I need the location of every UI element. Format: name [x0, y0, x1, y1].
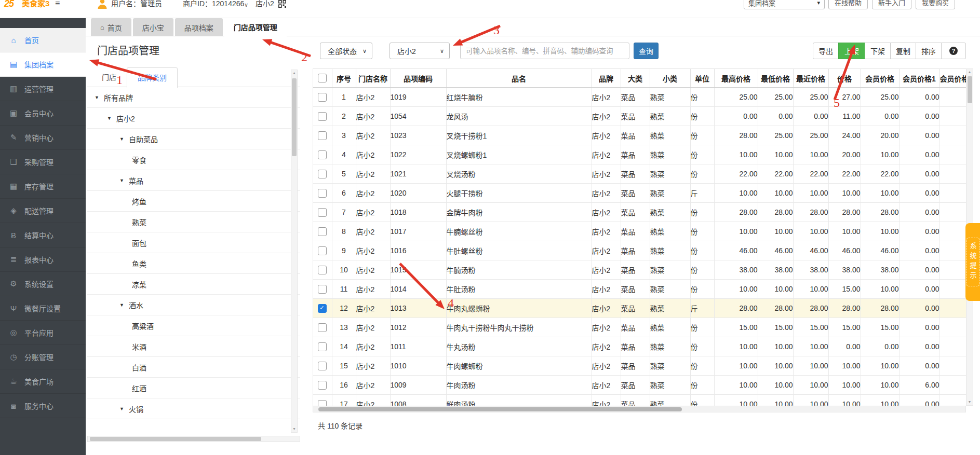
table-row[interactable]: 5店小21021叉烧汤粉店小2菜品熟菜份22.0022.0022.0022.00…	[313, 164, 966, 184]
caret-down-icon[interactable]: ▼	[119, 136, 124, 142]
table-horizontal-scrollbar-thumb[interactable]	[318, 407, 682, 411]
table-row[interactable]: 2店小21054龙风汤店小2菜品熟菜份0.000.000.0011.000.00…	[313, 107, 966, 126]
hamburger-menu-icon[interactable]: ≡	[55, 0, 60, 9]
table-horizontal-scrollbar[interactable]	[313, 406, 966, 412]
chevron-down-icon[interactable]: ∨	[244, 0, 248, 10]
tree-node[interactable]: 红酒	[87, 378, 300, 398]
topbar-button[interactable]: 在线帮助	[828, 0, 868, 9]
table-row[interactable]: 14店小21011牛丸汤粉店小2菜品熟菜份10.0010.0010.000.00…	[313, 337, 966, 356]
sidebar-item[interactable]: ◷分账管理	[0, 345, 86, 369]
help-button[interactable]: ?	[941, 43, 966, 59]
tab[interactable]: 店小宝	[133, 18, 173, 36]
caret-down-icon[interactable]: ▼	[119, 302, 124, 308]
row-checkbox[interactable]	[318, 189, 327, 198]
sidebar-item[interactable]: ⌂首页	[0, 28, 86, 52]
sidebar-item[interactable]: ✎营销中心	[0, 126, 86, 150]
row-checkbox[interactable]	[318, 227, 327, 236]
select-all-checkbox[interactable]	[318, 74, 327, 82]
table-row[interactable]: 16店小21009牛肉汤粉店小2菜品熟菜份10.0010.0010.0010.0…	[313, 376, 966, 395]
sidebar-item[interactable]: ▦库存管理	[0, 174, 86, 199]
caret-down-icon[interactable]: ▼	[95, 95, 99, 100]
table-row[interactable]: 13店小21012牛肉丸干捞粉牛肉丸干捞粉店小2菜品熟菜份15.0015.001…	[313, 318, 966, 337]
row-checkbox[interactable]	[318, 246, 327, 255]
table-row[interactable]: 6店小21020火腿干捞粉店小2菜品熟菜斤10.0010.0010.0010.0…	[313, 184, 966, 203]
tree-node[interactable]: 烤鱼	[87, 191, 300, 212]
tree-node[interactable]: 零食	[87, 149, 300, 170]
row-checkbox[interactable]	[318, 266, 327, 274]
tree-vertical-scrollbar[interactable]: ▲ ▼	[291, 70, 298, 433]
tree-node[interactable]: 白酒	[87, 357, 300, 378]
tree-node[interactable]: ▼菜品	[87, 170, 300, 191]
row-checkbox[interactable]	[318, 323, 327, 332]
search-input[interactable]	[460, 43, 629, 59]
topbar-button[interactable]: 我要购买	[916, 0, 955, 9]
tree-node[interactable]: 熟菜	[87, 212, 300, 232]
status-filter-select[interactable]: 全部状态 ∨	[320, 43, 372, 59]
tree-node[interactable]: ▼火锅	[87, 398, 300, 419]
row-checkbox[interactable]	[318, 400, 327, 406]
sidebar-item[interactable]: ▤集团档案	[0, 52, 86, 77]
tree-horizontal-scrollbar-thumb[interactable]	[90, 437, 261, 441]
system-tips-tab[interactable]: 系统提示	[965, 223, 980, 301]
table-row[interactable]: 1店小21019红烧牛腩粉店小2菜品熟菜份25.0025.0025.0027.0…	[313, 88, 966, 107]
scroll-up-arrow-icon[interactable]: ▲	[966, 69, 973, 75]
tree-node[interactable]: 鱼类	[87, 253, 300, 274]
caret-down-icon[interactable]: ▼	[119, 178, 124, 183]
row-checkbox[interactable]	[318, 131, 327, 140]
action-button[interactable]: 导出	[813, 43, 839, 59]
row-checkbox[interactable]	[318, 112, 327, 121]
action-button[interactable]: 排序	[916, 43, 942, 59]
sidebar-item[interactable]: ▥运营管理	[0, 77, 86, 101]
tab[interactable]: 品项档案	[175, 18, 223, 36]
sidebar-item[interactable]: ◙服务中心	[0, 394, 86, 418]
sidebar-item[interactable]: Ƀ结算中心	[0, 223, 86, 247]
table-row[interactable]: 7店小21018金牌牛肉粉店小2菜品熟菜份28.0028.0028.0028.0…	[313, 203, 966, 222]
merchant-id-label[interactable]: 商户ID：12014266	[183, 0, 244, 9]
tree-node[interactable]: ▼酒水	[87, 295, 300, 315]
tree-node[interactable]: 高粱酒	[87, 315, 300, 336]
table-row[interactable]: 3店小21023叉烧干捞粉1店小2菜品熟菜份28.0025.0025.0024.…	[313, 126, 966, 145]
tree-horizontal-scrollbar[interactable]	[87, 436, 300, 442]
action-button[interactable]: 复制	[890, 43, 916, 59]
row-checkbox[interactable]	[318, 285, 327, 294]
table-row[interactable]: 17店小21008鲜肉汤粉店小2菜品熟菜份10.0010.0010.0010.0…	[313, 395, 966, 406]
table-row[interactable]: 8店小21017牛腩螺丝粉店小2菜品熟菜份10.0010.0010.0010.0…	[313, 222, 966, 241]
sidebar-item[interactable]: ☕美食广场	[0, 369, 86, 394]
topbar-button[interactable]: 新手入门	[872, 0, 911, 9]
row-checkbox[interactable]	[318, 208, 327, 217]
sidebar-item[interactable]: Ψ微餐厅设置	[0, 296, 86, 321]
table-vertical-scrollbar-thumb[interactable]	[968, 76, 972, 103]
tree-node[interactable]: 米酒	[87, 336, 300, 357]
scroll-up-arrow-icon[interactable]: ▲	[291, 70, 297, 76]
store-filter-select[interactable]: 店小2 ∨	[390, 43, 450, 59]
tab[interactable]: 门店品项管理	[224, 17, 287, 36]
table-row[interactable]: 11店小21014牛肚汤粉店小2菜品熟菜份10.0010.0010.0015.0…	[313, 280, 966, 299]
tree-node[interactable]: 面包	[87, 232, 300, 253]
tree-vertical-scrollbar-thumb[interactable]	[292, 78, 297, 156]
qr-code-icon[interactable]	[278, 0, 286, 9]
sidebar-item[interactable]: ◎平台应用	[0, 321, 86, 345]
table-row[interactable]: 4店小21022叉烧螺蛳粉1店小2菜品熟菜份10.0010.0010.0020.…	[313, 145, 966, 164]
action-button[interactable]: 下架	[865, 43, 891, 59]
tree-node[interactable]: ▼所有品牌	[87, 87, 300, 108]
caret-down-icon[interactable]: ▼	[107, 116, 112, 121]
group-archive-select[interactable]: 集团档案 ▾	[744, 0, 825, 9]
tree-tab[interactable]: 门店	[91, 67, 127, 87]
scroll-down-arrow-icon[interactable]: ▼	[966, 399, 973, 405]
table-row[interactable]: 15店小21010牛肉螺蛳粉店小2菜品熟菜份10.0010.0010.0010.…	[313, 356, 966, 376]
table-row[interactable]: 10店小21015牛腩汤粉店小2菜品熟菜份38.0038.0038.0038.0…	[313, 260, 966, 280]
row-checkbox[interactable]	[318, 304, 327, 313]
row-checkbox[interactable]	[318, 381, 327, 390]
action-button[interactable]: 上架	[838, 43, 865, 59]
tab[interactable]: ⌂首页	[91, 18, 131, 36]
query-button[interactable]: 查询	[634, 43, 659, 59]
row-checkbox[interactable]	[318, 93, 327, 102]
tree-node[interactable]: ▼店小2	[87, 108, 300, 129]
sidebar-item[interactable]: ≣报表中心	[0, 247, 86, 272]
row-checkbox[interactable]	[318, 342, 327, 351]
row-checkbox[interactable]	[318, 362, 327, 370]
row-checkbox[interactable]	[318, 170, 327, 178]
sidebar-item[interactable]: ◈配送管理	[0, 199, 86, 223]
tree-node[interactable]: ▼自助菜品	[87, 129, 300, 149]
tree-tab[interactable]: 品牌类别	[127, 67, 178, 88]
